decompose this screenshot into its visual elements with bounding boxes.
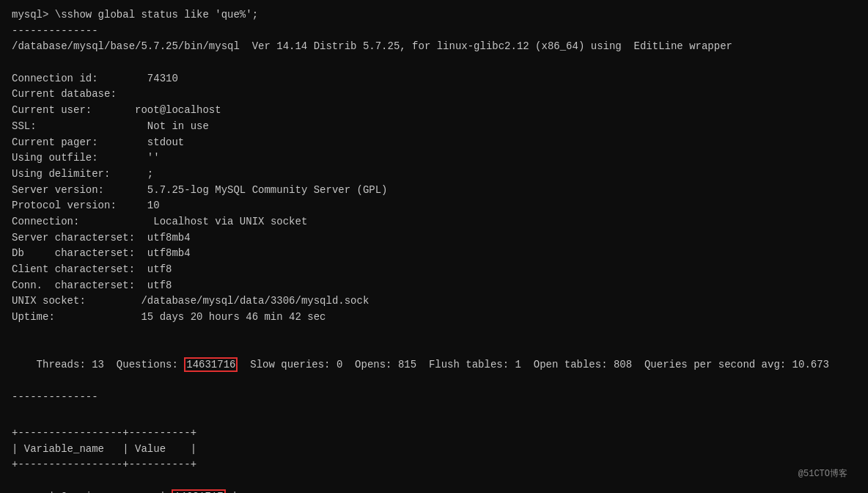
client-charset-label: Client characterset:: [12, 263, 135, 275]
table-row-queries: | Queries | 14631717 |: [12, 473, 856, 493]
current-user-label: Current user:: [12, 104, 92, 116]
client-charset-value: utf8: [147, 263, 172, 275]
status-line: Threads: 13 Questions: 14631716 Slow que…: [12, 341, 856, 389]
db-charset-label: Db characterset:: [12, 247, 135, 259]
blank-3: [12, 405, 856, 421]
connection-line: Connection: Localhost via UNIX socket: [12, 214, 856, 230]
db-charset-line: Db characterset: utf8mb4: [12, 246, 856, 262]
using-outfile-line: Using outfile: '': [12, 150, 856, 167]
current-user-line: Current user: root@localhost: [12, 103, 856, 119]
terminal: mysql> \sshow global status like 'que%';…: [12, 7, 856, 486]
using-delimiter-label: Using delimiter:: [12, 168, 110, 180]
prompt-line: mysql> \sshow global status like 'que%';: [12, 7, 856, 23]
current-db-line: Current database:: [12, 87, 856, 103]
conn-charset-value: utf8: [147, 280, 172, 291]
separator-2: --------------: [12, 390, 856, 406]
connection-id-label: Connection id:: [12, 73, 98, 84]
ssl-value: Not in use: [147, 120, 209, 132]
protocol-version-value: 10: [147, 200, 160, 211]
connection-id-line: Connection id: 74310: [12, 71, 856, 87]
using-outfile-label: Using outfile:: [12, 152, 98, 164]
server-version-label: Server version:: [12, 184, 104, 196]
mysql-info: /database/mysql/base/5.7.25/bin/mysql Ve…: [12, 39, 856, 55]
queries-value-highlighted: 14631717: [172, 489, 225, 493]
connection-label: Connection:: [12, 216, 79, 227]
current-pager-line: Current pager: stdout: [12, 135, 856, 151]
table-border-top: +-----------------+----------+: [12, 426, 856, 442]
current-user-value: root@localhost: [135, 104, 221, 116]
status-post: Slow queries: 0 Opens: 815 Flush tables:…: [238, 359, 829, 370]
uptime-label: Uptime:: [12, 311, 55, 323]
protocol-version-line: Protocol version: 10: [12, 198, 856, 214]
ssl-label: SSL:: [12, 120, 37, 132]
server-charset-value: utf8mb4: [147, 232, 191, 244]
ssl-line: SSL: Not in use: [12, 119, 856, 135]
conn-charset-line: Conn. characterset: utf8: [12, 278, 856, 294]
queries-end: |: [226, 491, 238, 493]
protocol-version-label: Protocol version:: [12, 200, 117, 211]
table-header: | Variable_name | Value |: [12, 442, 856, 458]
using-outfile-value: '': [147, 152, 160, 164]
current-pager-label: Current pager:: [12, 136, 98, 148]
server-charset-line: Server characterset: utf8mb4: [12, 230, 856, 246]
connection-value: Localhost via UNIX socket: [153, 216, 307, 227]
blank-1: [12, 55, 856, 71]
using-delimiter-line: Using delimiter: ;: [12, 167, 856, 183]
conn-charset-label: Conn. characterset:: [12, 280, 135, 291]
watermark: @51CTO博客: [798, 467, 847, 480]
blank-2: [12, 326, 856, 342]
unix-socket-value: /database/mysql/data/3306/mysqld.sock: [141, 295, 369, 307]
unix-socket-line: UNIX socket: /database/mysql/data/3306/m…: [12, 293, 856, 310]
db-charset-value: utf8mb4: [147, 247, 191, 259]
server-version-line: Server version: 5.7.25-log MySQL Communi…: [12, 183, 856, 199]
server-version-value: 5.7.25-log MySQL Community Server (GPL): [147, 184, 388, 196]
table-border-mid: +-----------------+----------+: [12, 457, 856, 473]
questions-highlighted: 14631716: [184, 357, 238, 372]
current-db-label: Current database:: [12, 88, 117, 100]
table-section: +-----------------+----------+ | Variabl…: [12, 426, 856, 493]
queries-label: | Queries |: [48, 491, 172, 493]
current-pager-value: stdout: [147, 136, 184, 148]
separator-1: --------------: [12, 23, 856, 40]
unix-socket-label: UNIX socket:: [12, 295, 86, 307]
server-charset-label: Server characterset:: [12, 232, 135, 244]
status-pre: Threads: 13 Questions:: [37, 359, 185, 370]
connection-id-value: 74310: [147, 73, 178, 84]
uptime-value: 15 days 20 hours 46 min 42 sec: [141, 311, 326, 323]
using-delimiter-value: ;: [147, 168, 153, 180]
uptime-line: Uptime: 15 days 20 hours 46 min 42 sec: [12, 310, 856, 326]
client-charset-line: Client characterset: utf8: [12, 262, 856, 278]
